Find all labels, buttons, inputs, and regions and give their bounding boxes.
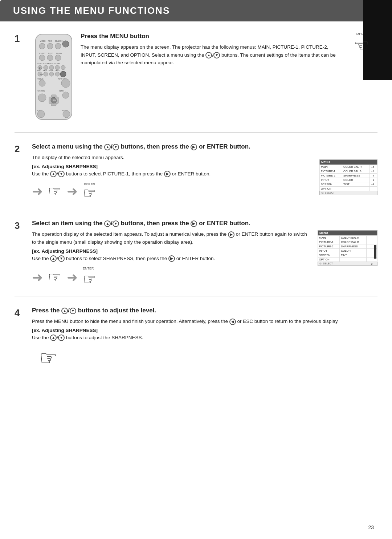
step-number-3: 3: [15, 220, 25, 288]
menu-row-main: MAIN COLOR BAL R –4: [320, 165, 377, 169]
step-1-layout: VIDEO RGB SEARCH ASPECT AUTO BLANK: [32, 32, 377, 124]
s3-row-main: MAIN COLOR BAL R: [318, 236, 377, 240]
step-3-illustrations: ➜ ☞ ➜ ENTER ☞: [32, 267, 310, 288]
step-3-para-1: The operation display of the selected it…: [32, 230, 310, 246]
up-btn-s4: ▲: [61, 308, 68, 314]
svg-point-23: [44, 72, 48, 76]
svg-text:ENT: ENT: [53, 99, 58, 102]
menu-table-header: MENU: [320, 160, 377, 165]
step-number-1: 1: [15, 33, 25, 124]
svg-point-20: [61, 65, 65, 70]
menu-table-step2: MENU MAIN COLOR BAL R –4 PICTURE-1: [319, 159, 377, 195]
arrow-right-icon-2: ➜: [67, 184, 78, 199]
svg-text:MUTE: MUTE: [56, 70, 60, 72]
svg-text:BLANK: BLANK: [56, 52, 62, 54]
svg-point-45: [37, 110, 45, 118]
menu-row-picture1: PICTURE-1 COLOR BAL B +1: [320, 169, 377, 174]
page: USING THE MENU FUNCTIONS 1 VIDEO RGB S: [0, 0, 392, 539]
page-title: USING THE MENU FUNCTIONS: [13, 5, 170, 16]
menu-footer-s3: ⊙: SELECT: [318, 262, 367, 266]
down-btn-s2: ▼: [113, 144, 119, 150]
svg-text:MENU: MENU: [59, 90, 64, 92]
up-button-icon: ▲: [205, 52, 212, 58]
svg-point-11: [39, 55, 45, 61]
step-4: 4 Press the ▲/▼ buttons to adjust the le…: [15, 307, 377, 376]
hand-cursor-icon: ☞: [354, 37, 369, 54]
svg-text:ON: ON: [39, 67, 42, 69]
arrow-icon-s3a: ➜: [32, 270, 43, 285]
down-btn-s3c: ▼: [58, 255, 65, 262]
svg-point-37: [38, 94, 46, 102]
down-btn-s4b: ▼: [58, 335, 65, 341]
page-number: 23: [368, 524, 374, 530]
s3-row-option: OPTION: [318, 258, 377, 262]
sharpness-bar: [374, 245, 376, 259]
step-2-layout: Select a menu using the ▲/▼ buttons, the…: [32, 143, 377, 201]
step-4-label: [ex. Adjusting SHARPNESS]: [32, 328, 377, 333]
enter-hand-wrap: ENTER ☞: [83, 182, 97, 201]
step-4-para-2: Use the ▲/▼ buttons to adjust the SHARPN…: [32, 334, 377, 342]
step-4-title: Press the ▲/▼ buttons to adjust the leve…: [32, 307, 377, 315]
menu-table-footer: ⊙: SELECT: [320, 191, 377, 195]
up-btn-s2b: ▲: [50, 171, 57, 177]
svg-point-7: [62, 41, 69, 47]
remote-svg: VIDEO RGB SEARCH ASPECT AUTO BLANK: [32, 32, 75, 123]
step-2-illustrations: ➜ ☞ ➜ ENTER ☞: [32, 182, 312, 201]
svg-point-18: [49, 65, 54, 70]
up-btn-s3: ▲: [104, 220, 111, 227]
svg-point-34: [61, 79, 70, 88]
svg-point-33: [39, 80, 45, 86]
svg-text:PAGE: PAGE: [43, 70, 47, 72]
down-btn-s2b: ▼: [58, 171, 65, 177]
step-1-title: Press the MENU button: [81, 32, 343, 40]
right-btn-s3c: ▶: [168, 255, 175, 262]
step-1-body: VIDEO RGB SEARCH ASPECT AUTO BLANK: [32, 32, 377, 124]
menu-row-picture2: PICTURE-2 SHARPNESS –4: [320, 174, 377, 178]
content-area: 1 VIDEO RGB SEARCH: [0, 32, 392, 376]
svg-point-6: [55, 43, 61, 49]
step-1-content: Press the MENU button The menu display a…: [81, 32, 343, 124]
svg-point-17: [44, 65, 48, 70]
step-2-title: Select a menu using the ▲/▼ buttons, the…: [32, 143, 312, 151]
hand-icon-s3b: ☞: [83, 270, 97, 288]
menu-row-input: INPUT COLOR +1: [320, 178, 377, 182]
menu-table-body-s2: MAIN COLOR BAL R –4 PICTURE-1 COLOR BAL …: [320, 165, 377, 191]
svg-text:SEARCH: SEARCH: [55, 40, 62, 42]
hand-icon-s4: ☞: [39, 348, 377, 368]
down-btn-s3: ▼: [113, 220, 119, 227]
step-1: 1 VIDEO RGB SEARCH: [15, 32, 377, 133]
menu-row-option: OPTION: [320, 187, 377, 191]
svg-point-24: [49, 72, 54, 76]
s3-row-screen: SCREEN TINT: [318, 253, 377, 258]
step-2-body: Select a menu using the ▲/▼ buttons, the…: [32, 143, 377, 201]
menu-table-body-s3: MAIN COLOR BAL R PICTURE-1 COLOR BAL B: [318, 236, 377, 262]
hand-icon-s2b: ☞: [83, 186, 97, 201]
step-4-body: Press the ▲/▼ buttons to adjust the leve…: [32, 307, 377, 368]
step-1-para-1: The menu display appears on the screen. …: [81, 43, 343, 67]
svg-point-13: [55, 55, 61, 61]
arrow-icon-s3b: ➜: [67, 270, 78, 285]
svg-text:RGB: RGB: [48, 40, 52, 42]
up-btn-s4b: ▲: [50, 335, 57, 341]
right-btn-s2: ▶: [191, 144, 197, 150]
step-2-para-1: The display of the selected menu appears…: [32, 154, 312, 162]
svg-text:OFF: OFF: [39, 73, 43, 76]
step-number-4: 4: [15, 307, 25, 368]
enter-label-s3: ENTER: [83, 267, 97, 270]
step-3-layout: Select an item using the ▲/▼ buttons, th…: [32, 219, 377, 288]
right-btn-s2b: ▶: [164, 171, 171, 177]
step-number-2: 2: [15, 143, 25, 201]
remote-illustration: VIDEO RGB SEARCH ASPECT AUTO BLANK: [32, 32, 75, 124]
step-2-label-1: [ex. Adjusting SHARPNESS]: [32, 164, 312, 169]
step-2-para-2: Use the ▲/▼ buttons to select PICTURE-1,…: [32, 170, 312, 178]
s3-row-picture1: PICTURE-1 COLOR BAL B: [318, 240, 377, 244]
step-3: 3 Select an item using the ▲/▼ buttons, …: [15, 219, 377, 296]
svg-point-12: [47, 55, 53, 61]
step-4-para-1: Press the MENU button to hide the menu a…: [32, 317, 377, 325]
up-btn-s2: ▲: [104, 144, 111, 150]
svg-point-5: [47, 43, 53, 49]
step-2: 2 Select a menu using the ▲/▼ buttons, t…: [15, 143, 377, 209]
s3-row-input: INPUT COLOR: [318, 249, 377, 253]
step-4-illustration: ☞: [39, 348, 377, 368]
enter-hand-s3: ENTER ☞: [83, 267, 97, 288]
